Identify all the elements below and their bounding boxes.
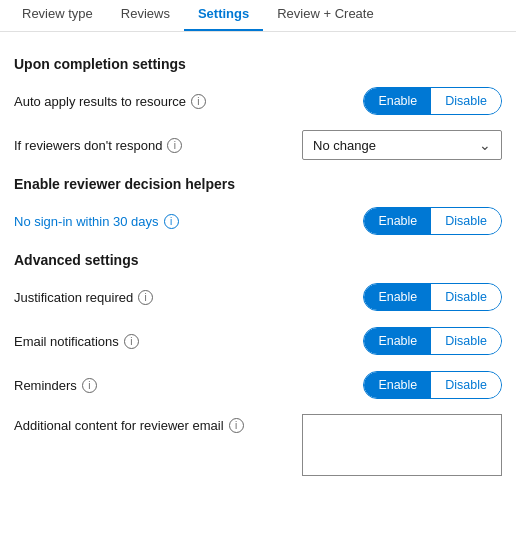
chevron-down-icon: ⌄: [479, 137, 491, 153]
completion-section-header: Upon completion settings: [14, 56, 502, 72]
email-notifications-row: Email notifications i Enable Disable: [14, 326, 502, 356]
tab-review-create[interactable]: Review + Create: [263, 0, 387, 31]
reminders-row: Reminders i Enable Disable: [14, 370, 502, 400]
tab-navigation: Review type Reviews Settings Review + Cr…: [0, 0, 516, 32]
justification-info-icon[interactable]: i: [138, 290, 153, 305]
no-signin-disable-btn[interactable]: Disable: [431, 208, 501, 234]
no-signin-enable-btn[interactable]: Enable: [364, 208, 431, 234]
reminders-toggle: Enable Disable: [363, 371, 502, 399]
reviewer-email-info-icon[interactable]: i: [229, 418, 244, 433]
no-signin-label-text: No sign-in within 30 days: [14, 214, 159, 229]
email-notifications-info-icon[interactable]: i: [124, 334, 139, 349]
email-notifications-toggle: Enable Disable: [363, 327, 502, 355]
reviewers-respond-dropdown[interactable]: No change ⌄: [302, 130, 502, 160]
auto-apply-label: Auto apply results to resource i: [14, 94, 206, 109]
tab-review-type[interactable]: Review type: [8, 0, 107, 31]
advanced-section-header: Advanced settings: [14, 252, 502, 268]
reviewer-email-textarea[interactable]: [302, 414, 502, 476]
reviewers-respond-label: If reviewers don't respond i: [14, 138, 182, 153]
auto-apply-row: Auto apply results to resource i Enable …: [14, 86, 502, 116]
email-notifications-disable-btn[interactable]: Disable: [431, 328, 501, 354]
reviewer-email-label-text: Additional content for reviewer email: [14, 418, 224, 433]
justification-label-text: Justification required: [14, 290, 133, 305]
justification-toggle: Enable Disable: [363, 283, 502, 311]
reminders-info-icon[interactable]: i: [82, 378, 97, 393]
email-notifications-label: Email notifications i: [14, 334, 139, 349]
auto-apply-label-text: Auto apply results to resource: [14, 94, 186, 109]
reviewers-respond-info-icon[interactable]: i: [167, 138, 182, 153]
dropdown-value: No change: [313, 138, 376, 153]
reviewer-email-row: Additional content for reviewer email i: [14, 414, 502, 476]
justification-disable-btn[interactable]: Disable: [431, 284, 501, 310]
tab-reviews[interactable]: Reviews: [107, 0, 184, 31]
auto-apply-info-icon[interactable]: i: [191, 94, 206, 109]
decision-helpers-section-header: Enable reviewer decision helpers: [14, 176, 502, 192]
no-signin-row: No sign-in within 30 days i Enable Disab…: [14, 206, 502, 236]
auto-apply-enable-btn[interactable]: Enable: [364, 88, 431, 114]
reviewers-respond-label-text: If reviewers don't respond: [14, 138, 162, 153]
reminders-label: Reminders i: [14, 378, 97, 393]
justification-enable-btn[interactable]: Enable: [364, 284, 431, 310]
no-signin-info-icon[interactable]: i: [164, 214, 179, 229]
reminders-disable-btn[interactable]: Disable: [431, 372, 501, 398]
justification-row: Justification required i Enable Disable: [14, 282, 502, 312]
no-signin-label: No sign-in within 30 days i: [14, 214, 179, 229]
tab-settings[interactable]: Settings: [184, 0, 263, 31]
auto-apply-disable-btn[interactable]: Disable: [431, 88, 501, 114]
justification-label: Justification required i: [14, 290, 153, 305]
reviewers-respond-row: If reviewers don't respond i No change ⌄: [14, 130, 502, 160]
email-notifications-label-text: Email notifications: [14, 334, 119, 349]
no-signin-toggle: Enable Disable: [363, 207, 502, 235]
auto-apply-toggle: Enable Disable: [363, 87, 502, 115]
reviewer-email-label: Additional content for reviewer email i: [14, 414, 244, 433]
reminders-enable-btn[interactable]: Enable: [364, 372, 431, 398]
reminders-label-text: Reminders: [14, 378, 77, 393]
main-content: Upon completion settings Auto apply resu…: [0, 32, 516, 496]
email-notifications-enable-btn[interactable]: Enable: [364, 328, 431, 354]
